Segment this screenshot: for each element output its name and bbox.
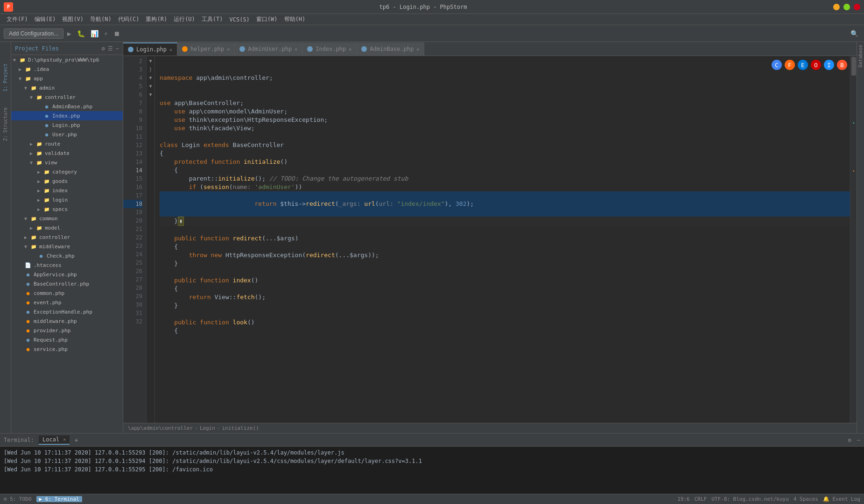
tab-login[interactable]: Login.php ✕: [123, 42, 177, 56]
breadcrumb-part-2[interactable]: Login: [200, 425, 215, 431]
code-line-21: public function redirect(...$args): [160, 234, 850, 243]
tab-close-index[interactable]: ✕: [349, 47, 351, 52]
event-log-button[interactable]: 🔔 Event Log: [823, 496, 860, 502]
terminal-tab-local[interactable]: Local ✕: [39, 435, 70, 445]
line-number-gutter: 23456 7891011 1213141415 1617181920 2122…: [123, 56, 147, 423]
menu-run[interactable]: 运行(U): [171, 14, 198, 24]
tree-check[interactable]: ▶ ● Check.php: [11, 251, 123, 260]
tree-login[interactable]: ▶ ● Login.php: [11, 120, 123, 130]
add-configuration-button[interactable]: Add Configuration...: [4, 28, 63, 39]
code-line-30: [160, 310, 850, 318]
debug-icon[interactable]: 🐛: [75, 29, 87, 38]
terminal-settings-icon[interactable]: ⚙: [848, 437, 851, 443]
tab-index[interactable]: Index.php ✕: [302, 42, 357, 56]
menu-edit[interactable]: 编辑(E): [32, 14, 59, 24]
tab-close-helper[interactable]: ✕: [227, 47, 230, 52]
database-panel-label[interactable]: Database: [857, 42, 864, 72]
tree-admin[interactable]: ▼ 📁 admin: [11, 83, 123, 92]
encoding[interactable]: UTF-8: Blog.csdn.net/kuyu: [711, 496, 789, 502]
close-button[interactable]: [854, 4, 860, 10]
sidebar-header: Project Files ⚙ ☰ —: [11, 42, 123, 55]
terminal-close-local[interactable]: ✕: [63, 437, 66, 442]
menu-code[interactable]: 代码(C): [115, 14, 142, 24]
run-icon[interactable]: ▶: [65, 29, 73, 38]
todo-panel-button[interactable]: ≡ 5: TODO: [4, 496, 32, 502]
tree-index[interactable]: ▶ ● Index.php: [11, 111, 123, 120]
tree-htaccess[interactable]: ▶ 📄 .htaccess: [11, 260, 123, 270]
code-line-19: }▮: [160, 217, 850, 226]
line-endings[interactable]: CRLF: [695, 496, 707, 502]
tree-request[interactable]: ▶ ● Request.php: [11, 335, 123, 344]
tree-middleware-php[interactable]: ▶ ● middleware.php: [11, 316, 123, 326]
maximize-button[interactable]: [843, 4, 850, 10]
tree-adminbase[interactable]: ▶ ● AdminBase.php: [11, 102, 123, 111]
menu-help[interactable]: 帮助(H): [281, 14, 309, 24]
brave-icon[interactable]: B: [837, 60, 847, 70]
sidebar-collapse-icon[interactable]: —: [116, 45, 119, 52]
tree-basecontroller[interactable]: ▶ ● BaseController.php: [11, 279, 123, 288]
tree-view[interactable]: ▼ 📁 view: [11, 158, 123, 167]
tree-controller-root[interactable]: ▶ 📁 controller: [11, 232, 123, 242]
tree-controller-admin[interactable]: ▼ 📁 controller: [11, 92, 123, 102]
tree-common-php[interactable]: ▶ ● common.php: [11, 288, 123, 298]
edge-icon[interactable]: E: [798, 60, 808, 70]
breadcrumb-part-3[interactable]: initialize(): [222, 425, 259, 431]
tree-service[interactable]: ▶ ● service.php: [11, 344, 123, 354]
tab-adminbase[interactable]: AdminBase.php ✕: [357, 42, 424, 56]
scroll-gutter[interactable]: [850, 56, 857, 423]
tree-exceptionhandle[interactable]: ▶ ● ExceptionHandle.php: [11, 307, 123, 316]
tab-helper[interactable]: helper.php ✕: [177, 42, 235, 56]
menu-refactor[interactable]: 重构(R): [143, 14, 170, 24]
breadcrumb-part-1[interactable]: \app\admin\controller: [128, 425, 193, 431]
profile-icon[interactable]: 📊: [89, 29, 100, 38]
title-bar: P tp6 - Login.php - PhpStorm: [0, 0, 864, 14]
menu-file[interactable]: 文件(F): [4, 14, 31, 24]
tree-goods[interactable]: ▶ 📁 goods: [11, 176, 123, 186]
tree-provider[interactable]: ▶ ● provider.php: [11, 326, 123, 335]
tree-common[interactable]: ▼ 📁 common: [11, 214, 123, 223]
stop-icon[interactable]: ⏹: [112, 29, 122, 38]
coverage-icon[interactable]: ⚡: [102, 29, 110, 38]
ie-icon[interactable]: I: [824, 60, 834, 70]
minimize-button[interactable]: [833, 4, 840, 10]
menu-vcs[interactable]: VCS(S): [227, 15, 253, 24]
chrome-icon[interactable]: C: [772, 60, 782, 70]
terminal-panel-button[interactable]: ▶ 6: Terminal: [36, 496, 82, 502]
tree-index-view[interactable]: ▶ 📁 index: [11, 186, 123, 195]
tab-label-helper: helper.php: [190, 46, 224, 52]
opera-icon[interactable]: O: [811, 60, 821, 70]
tree-appservice[interactable]: ▶ ● AppService.php: [11, 270, 123, 279]
terminal-minimize-icon[interactable]: —: [857, 437, 860, 443]
tree-model[interactable]: ▶ 📁 model: [11, 223, 123, 232]
tab-close-adminuser[interactable]: ✕: [295, 47, 297, 52]
tree-route[interactable]: ▶ 📁 route: [11, 139, 123, 148]
tree-specs[interactable]: ▶ 📁 specs: [11, 204, 123, 214]
tree-login-view[interactable]: ▶ 📁 login: [11, 195, 123, 204]
tree-event[interactable]: ▶ ● event.php: [11, 298, 123, 307]
tree-category[interactable]: ▶ 📁 category: [11, 167, 123, 176]
tree-user[interactable]: ▶ ● User.php: [11, 130, 123, 139]
tab-adminuser[interactable]: AdminUser.php ✕: [235, 42, 302, 56]
menu-window[interactable]: 窗口(W): [253, 14, 281, 24]
search-icon[interactable]: 🔍: [849, 29, 860, 38]
tree-idea[interactable]: ▶ 📁 .idea: [11, 64, 123, 74]
code-editor[interactable]: C F E O I B 23456 7891011 1213141415 161…: [123, 56, 857, 423]
tab-close-login[interactable]: ✕: [169, 47, 172, 52]
menu-tools[interactable]: 工具(T): [199, 14, 226, 24]
sidebar-layout-icon[interactable]: ☰: [108, 45, 113, 52]
structure-panel-icon[interactable]: Z: Structure: [2, 105, 9, 144]
tree-app[interactable]: ▼ 📁 app: [11, 74, 123, 83]
project-panel-icon[interactable]: 1: Project: [2, 61, 9, 94]
sidebar-settings-icon[interactable]: ⚙: [102, 45, 105, 52]
tree-middleware[interactable]: ▼ 📁 middleware: [11, 242, 123, 251]
tree-root[interactable]: ▼ 📁 D:\phpstudy_pro\WWW\tp6: [11, 55, 123, 64]
firefox-icon[interactable]: F: [785, 60, 795, 70]
indent-size[interactable]: 4 Spaces: [794, 496, 818, 502]
menu-view[interactable]: 视图(V): [59, 14, 86, 24]
code-content[interactable]: namespace app\admin\controller; use app\…: [155, 56, 850, 423]
menu-navigate[interactable]: 导航(N): [87, 14, 114, 24]
terminal-add-button[interactable]: +: [74, 436, 78, 444]
tab-close-adminbase[interactable]: ✕: [416, 47, 419, 52]
tree-validate[interactable]: ▶ 📁 validate: [11, 148, 123, 158]
code-line-20: [160, 226, 850, 234]
